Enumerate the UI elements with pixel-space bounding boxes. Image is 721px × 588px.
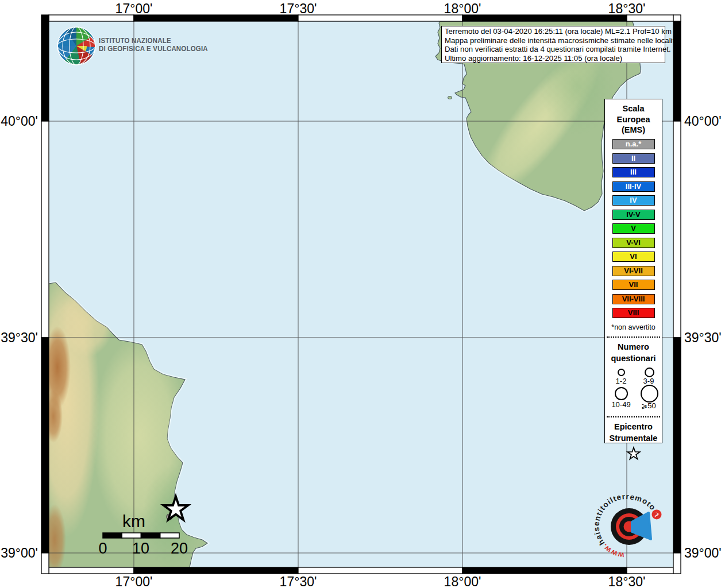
legend-class-ii: II bbox=[612, 153, 655, 164]
small-island bbox=[448, 96, 452, 99]
size-label-1-2: 1-2 bbox=[616, 377, 627, 385]
info-line-map: Mappa preliminare delle intensità macros… bbox=[445, 36, 662, 45]
legend-divider-2 bbox=[607, 416, 660, 417]
axis-label-right-39-00: 39°00' bbox=[684, 546, 721, 561]
legend-title-line3: (EMS) bbox=[605, 125, 662, 136]
axis-label-top-17-30: 17°30' bbox=[280, 1, 317, 17]
scale-bar bbox=[103, 533, 179, 538]
ingv-logo-globe bbox=[57, 27, 95, 65]
axis-label-bottom-18-30: 18°30' bbox=[608, 574, 646, 588]
info-line-event: Terremoto del 03-04-2020 16:25:11 (ora l… bbox=[445, 27, 662, 36]
legend-star-icon bbox=[625, 446, 642, 462]
legend-class-vii: VII bbox=[612, 280, 655, 290]
questionnaires-title-line1: Numero bbox=[605, 341, 662, 353]
size-label-10-49: 10-49 bbox=[611, 400, 630, 409]
questionnaires-title-line2: questionari bbox=[605, 353, 662, 364]
axis-label-left-39-30: 39°30' bbox=[0, 330, 38, 346]
legend-class-vi: VI bbox=[612, 252, 655, 262]
legend-title: Scala Europea (EMS) bbox=[605, 103, 662, 136]
epicenter-title-line1: Epicentro bbox=[605, 421, 662, 432]
legend-divider-1 bbox=[607, 336, 660, 338]
info-line-update: Ultimo aggiornamento: 16-12-2025 11:05 (… bbox=[445, 54, 662, 63]
legend-panel: Scala Europea (EMS) n.a.* II III III-IV … bbox=[604, 99, 662, 443]
legend-class-v-vi: V-VI bbox=[612, 238, 655, 248]
seismic-intensity-map-page: ? www.haisentitoilterremoto.it 17°00' 17… bbox=[0, 0, 721, 588]
axis-label-right-39-30: 39°30' bbox=[684, 330, 721, 346]
axis-label-bottom-18-00: 18°00' bbox=[444, 574, 481, 588]
size-circle-3-9 bbox=[645, 368, 654, 377]
scale-tick-20: 20 bbox=[171, 540, 188, 558]
legend-class-vi-vii: VI-VII bbox=[612, 266, 655, 276]
axis-label-bottom-17-00: 17°00' bbox=[115, 574, 153, 588]
legend-class-iv-v: IV-V bbox=[612, 210, 655, 220]
legend-class-viii: VIII bbox=[612, 308, 655, 318]
legend-title-line1: Scala bbox=[605, 103, 662, 114]
axis-label-left-40-00: 40°00' bbox=[0, 114, 38, 129]
scale-tick-0: 0 bbox=[98, 540, 107, 558]
size-circle-10-49 bbox=[615, 387, 628, 400]
legend-class-iii-iv: III-IV bbox=[612, 181, 655, 192]
epicenter-symbol-key bbox=[605, 446, 662, 465]
scale-unit-label: km bbox=[122, 512, 145, 531]
legend-class-iii: III bbox=[612, 167, 655, 177]
legend-class-iv: IV bbox=[612, 195, 655, 206]
scale-tick-10: 10 bbox=[132, 540, 149, 558]
axis-label-top-17-00: 17°00' bbox=[115, 1, 153, 17]
epicenter-title-line2: Strumentale bbox=[605, 432, 662, 444]
ingv-wordmark-line1: ISTITUTO NAZIONALE bbox=[99, 37, 208, 45]
size-circle-50 bbox=[641, 385, 658, 403]
axis-label-bottom-17-30: 17°30' bbox=[280, 574, 317, 588]
legend-footnote: *non avvertito bbox=[605, 323, 662, 331]
axis-label-top-18-00: 18°00' bbox=[444, 1, 481, 17]
legend-title-line2: Europea bbox=[605, 114, 662, 125]
epicenter-title: Epicentro Strumentale bbox=[605, 421, 662, 444]
legend-class-na: n.a.* bbox=[612, 139, 655, 149]
questionnaires-title: Numero questionari bbox=[605, 341, 662, 364]
size-label-3-9: 3-9 bbox=[643, 377, 654, 385]
legend-class-v: V bbox=[612, 223, 655, 234]
axis-label-top-18-30: 18°30' bbox=[608, 1, 646, 17]
ingv-wordmark-line2: DI GEOFISICA E VULCANOLOGIA bbox=[99, 45, 208, 53]
info-line-data: Dati non verificati estratti da 4 questi… bbox=[445, 45, 662, 54]
legend-class-vii-viii: VII-VIII bbox=[612, 294, 655, 304]
axis-label-right-40-00: 40°00' bbox=[684, 114, 721, 129]
questionnaire-size-key: 1-2 3-9 10-49 ⩾50 bbox=[605, 365, 662, 411]
ingv-wordmark: ISTITUTO NAZIONALE DI GEOFISICA E VULCAN… bbox=[99, 37, 208, 53]
size-circle-1-2 bbox=[618, 369, 625, 376]
axis-label-left-39-00: 39°00' bbox=[0, 546, 38, 561]
size-label-50: ⩾50 bbox=[641, 401, 656, 410]
earthquake-info-box: Terremoto del 03-04-2020 16:25:11 (ora l… bbox=[441, 26, 665, 63]
